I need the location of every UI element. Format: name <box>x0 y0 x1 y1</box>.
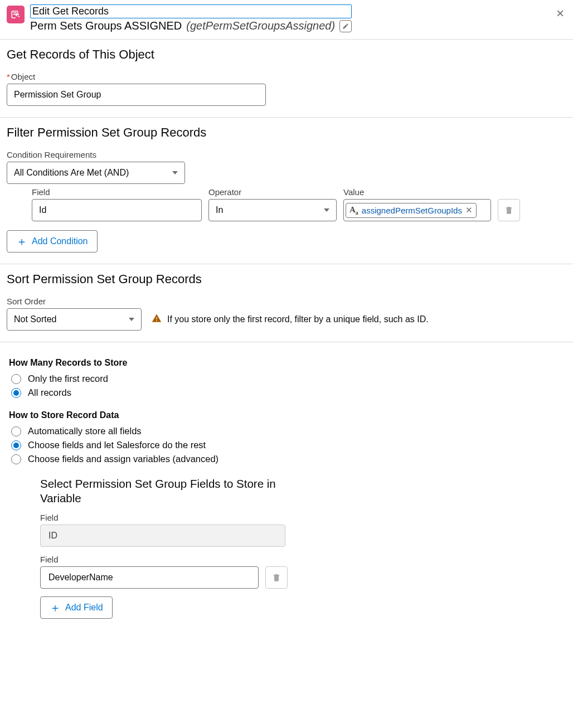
radio-choose-fields[interactable]: Choose fields and let Salesforce do the … <box>11 440 566 450</box>
remove-pill-icon[interactable]: ✕ <box>465 205 473 215</box>
how-store-radio-group: Automatically store all fields Choose fi… <box>9 426 566 464</box>
text-type-icon: Aa <box>349 205 358 216</box>
condition-operator-select[interactable]: In <box>208 199 337 221</box>
add-field-button[interactable]: ＋ Add Field <box>40 596 113 619</box>
how-many-heading: How Many Records to Store <box>9 358 566 368</box>
how-store-heading: How to Store Record Data <box>9 410 566 420</box>
value-pill[interactable]: Aa assignedPermSetGroupIds ✕ <box>346 203 477 218</box>
sort-section: Sort Permission Set Group Records Sort O… <box>0 264 573 342</box>
radio-icon <box>11 454 21 464</box>
how-many-radio-group: Only the first record All records <box>9 373 566 398</box>
chevron-down-icon <box>324 208 329 212</box>
chevron-down-icon <box>129 318 134 321</box>
object-section: Get Records of This Object Object Permis… <box>0 40 573 118</box>
modal-title[interactable]: Edit Get Records <box>30 4 352 18</box>
plus-icon: ＋ <box>16 236 27 247</box>
condition-row: Field Id Operator In Value Aa assignedPe… <box>32 187 566 221</box>
condition-value-input[interactable]: Aa assignedPermSetGroupIds ✕ <box>343 199 491 221</box>
sort-order-select[interactable]: Not Sorted <box>7 308 142 331</box>
radio-choose-assign[interactable]: Choose fields and assign variables (adva… <box>11 454 566 464</box>
radio-all-records[interactable]: All records <box>11 387 566 398</box>
element-name: Perm Sets Groups ASSIGNED <box>30 20 182 32</box>
store-field-developername[interactable]: DeveloperName <box>40 566 259 589</box>
radio-icon <box>11 388 21 398</box>
warning-icon <box>152 313 162 326</box>
store-field-id: ID <box>40 525 285 547</box>
element-api-name: (getPermSetGroupsAssigned) <box>186 20 335 32</box>
plus-icon: ＋ <box>50 602 61 613</box>
condition-field-input[interactable]: Id <box>32 199 202 221</box>
select-fields-title: Select Permission Set Group Fields to St… <box>40 477 297 505</box>
modal-header: Edit Get Records Perm Sets Groups ASSIGN… <box>0 0 573 40</box>
object-label: Object <box>7 72 566 81</box>
col-header-operator: Operator <box>208 187 337 197</box>
col-header-field: Field <box>32 187 202 197</box>
filter-section: Filter Permission Set Group Records Cond… <box>0 118 573 264</box>
section-title-filter: Filter Permission Set Group Records <box>7 125 566 140</box>
object-input[interactable]: Permission Set Group <box>7 84 266 106</box>
delete-field-button[interactable] <box>265 566 288 589</box>
section-title-object: Get Records of This Object <box>7 47 566 62</box>
radio-icon <box>11 374 21 384</box>
radio-auto-store[interactable]: Automatically store all fields <box>11 426 566 436</box>
sort-order-label: Sort Order <box>7 297 566 306</box>
radio-only-first[interactable]: Only the first record <box>11 373 566 384</box>
radio-icon <box>11 440 21 450</box>
radio-icon <box>11 426 21 436</box>
edit-name-button[interactable] <box>339 20 352 32</box>
get-records-icon <box>7 6 25 23</box>
field-label: Field <box>40 513 297 522</box>
select-fields-panel: Select Permission Set Group Fields to St… <box>40 477 297 619</box>
add-condition-button[interactable]: ＋ Add Condition <box>7 230 98 253</box>
col-header-value: Value <box>343 187 491 197</box>
store-section: How Many Records to Store Only the first… <box>0 342 573 630</box>
delete-condition-button[interactable] <box>498 199 520 221</box>
chevron-down-icon <box>172 171 178 174</box>
field-label: Field <box>40 555 297 564</box>
sort-warning: If you store only the first record, filt… <box>152 313 429 326</box>
section-title-sort: Sort Permission Set Group Records <box>7 272 566 287</box>
condition-requirements-label: Condition Requirements <box>7 150 566 159</box>
close-icon[interactable]: × <box>556 7 564 20</box>
condition-requirements-select[interactable]: All Conditions Are Met (AND) <box>7 162 185 184</box>
